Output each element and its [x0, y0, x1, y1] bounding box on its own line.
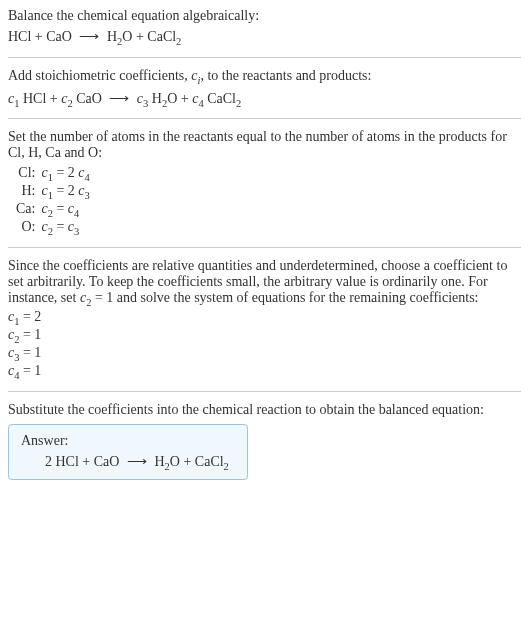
- stoich-text-after: , to the reactants and products:: [200, 68, 371, 83]
- arrow-icon: ⟶: [79, 29, 99, 44]
- product-2-sub: 2: [176, 36, 181, 47]
- divider: [8, 247, 521, 248]
- coef-line: c4 = 1: [8, 363, 521, 381]
- s2-p2a: CaCl: [204, 91, 236, 106]
- atom-label: O:: [16, 219, 41, 237]
- balanced-equation: 2 HCl + CaO ⟶ H2O + CaCl2: [45, 453, 235, 472]
- atom-label: Ca:: [16, 201, 41, 219]
- solve-text: Since the coefficients are relative quan…: [8, 258, 521, 308]
- divider: [8, 57, 521, 58]
- coef-line: c2 = 1: [8, 327, 521, 345]
- atom-balance-table: Cl: c1 = 2 c4 H: c1 = 2 c3 Ca: c2 = c4 O…: [16, 165, 96, 236]
- atom-eq: c1 = 2 c4: [41, 165, 95, 183]
- ans-coef1: 2: [45, 454, 56, 469]
- atom-eq: c1 = 2 c3: [41, 183, 95, 201]
- divider: [8, 118, 521, 119]
- divider: [8, 391, 521, 392]
- arrow-icon: ⟶: [127, 454, 147, 469]
- s2-p1a: H: [148, 91, 162, 106]
- stoich-text: Add stoichiometric coefficients, ci, to …: [8, 68, 521, 86]
- table-row: Ca: c2 = c4: [16, 201, 96, 219]
- product-1-suffix: O: [122, 29, 132, 44]
- ans-p1a: H: [154, 454, 164, 469]
- section-solve: Since the coefficients are relative quan…: [8, 258, 521, 381]
- table-row: Cl: c1 = 2 c4: [16, 165, 96, 183]
- table-row: O: c2 = c3: [16, 219, 96, 237]
- answer-box: Answer: 2 HCl + CaO ⟶ H2O + CaCl2: [8, 424, 248, 481]
- section-stoich: Add stoichiometric coefficients, ci, to …: [8, 68, 521, 109]
- atoms-text: Set the number of atoms in the reactants…: [8, 129, 521, 161]
- stoich-equation: c1 HCl + c2 CaO ⟶ c3 H2O + c4 CaCl2: [8, 90, 521, 109]
- coef-line: c1 = 2: [8, 309, 521, 327]
- arrow-icon: ⟶: [109, 91, 129, 106]
- ans-p2sub: 2: [224, 460, 229, 471]
- atom-label: Cl:: [16, 165, 41, 183]
- table-row: H: c1 = 2 c3: [16, 183, 96, 201]
- answer-label: Answer:: [21, 433, 235, 449]
- coef-line: c3 = 1: [8, 345, 521, 363]
- s2-r2: CaO: [73, 91, 102, 106]
- answer-text: Substitute the coefficients into the che…: [8, 402, 521, 418]
- ans-p1b: O: [170, 454, 180, 469]
- stoich-text-before: Add stoichiometric coefficients,: [8, 68, 191, 83]
- set-val: = 1: [91, 290, 113, 305]
- atom-label: H:: [16, 183, 41, 201]
- s2-p2sub: 2: [236, 97, 241, 108]
- intro-title: Balance the chemical equation algebraica…: [8, 8, 521, 24]
- s2-p1b: O: [167, 91, 177, 106]
- atom-eq: c2 = c3: [41, 219, 95, 237]
- section-intro: Balance the chemical equation algebraica…: [8, 8, 521, 47]
- ans-r2: CaO: [94, 454, 120, 469]
- ans-p2a: CaCl: [195, 454, 224, 469]
- s2-r1: HCl: [19, 91, 46, 106]
- section-atoms: Set the number of atoms in the reactants…: [8, 129, 521, 236]
- section-answer: Substitute the coefficients into the che…: [8, 402, 521, 481]
- product-2-base: CaCl: [147, 29, 176, 44]
- solve-text-after: and solve the system of equations for th…: [113, 290, 478, 305]
- atom-eq: c2 = c4: [41, 201, 95, 219]
- coefficient-list: c1 = 2 c2 = 1 c3 = 1 c4 = 1: [8, 309, 521, 380]
- unbalanced-equation: HCl + CaO ⟶ H2O + CaCl2: [8, 28, 521, 47]
- reactant-2: CaO: [46, 29, 72, 44]
- product-1-base: H: [107, 29, 117, 44]
- reactant-1: HCl: [8, 29, 31, 44]
- ans-r1: HCl: [56, 454, 79, 469]
